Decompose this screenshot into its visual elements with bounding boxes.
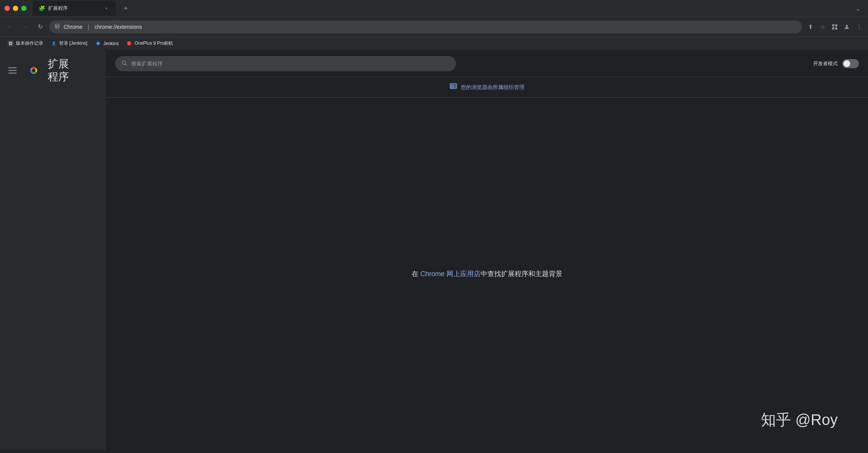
fullscreen-window-button[interactable] — [21, 6, 27, 11]
close-window-button[interactable] — [5, 6, 10, 11]
extensions-topbar: 开发者模式 — [106, 50, 868, 77]
bookmark-favicon-oneplus: 🔴 — [126, 41, 132, 47]
search-input[interactable] — [131, 61, 450, 67]
hamburger-line-3 — [8, 73, 17, 73]
bookmark-label-jenkins-login: 登录 [Jenkins] — [59, 40, 87, 47]
chrome-menu-button[interactable]: ⋮ — [854, 22, 864, 32]
hamburger-line-2 — [8, 70, 17, 71]
traffic-lights — [5, 6, 27, 11]
extensions-button[interactable] — [829, 22, 840, 32]
address-separator: | — [88, 24, 89, 30]
page-title-line1: 扩展 — [48, 58, 69, 70]
site-info-icon — [55, 23, 60, 30]
extensions-sidebar: 扩展 程序 — [0, 50, 106, 450]
bookmark-favicon-jenkins: 🔷 — [95, 41, 101, 47]
profile-button[interactable] — [841, 22, 852, 32]
active-tab: 🧩 扩展程序 × — [33, 1, 116, 16]
bookmark-item-jenkins[interactable]: 🔷 Jenkins — [92, 39, 122, 48]
minimize-window-button[interactable] — [13, 6, 18, 11]
bookmark-item-oneplus[interactable]: 🔴 OnePlus 9 Pro刷机 — [123, 39, 176, 48]
browser-actions: ⬆ ☆ ⋮ — [805, 22, 864, 32]
search-box[interactable] — [115, 56, 456, 71]
svg-rect-7 — [835, 27, 837, 29]
bookmark-label-version-log: 版本操作记录 — [16, 40, 43, 47]
back-button[interactable]: ← — [4, 21, 16, 33]
management-notice[interactable]: 您的浏览器由所属组织管理 — [106, 77, 868, 98]
svg-line-14 — [125, 64, 127, 66]
search-icon — [121, 60, 127, 67]
chrome-logo — [26, 62, 42, 78]
tab-close-button[interactable]: × — [103, 5, 110, 12]
bookmark-item-jenkins-login[interactable]: 👤 登录 [Jenkins] — [48, 39, 91, 48]
address-domain: Chrome — [64, 24, 83, 30]
empty-state-prefix: 在 — [412, 270, 420, 278]
share-button[interactable]: ⬆ — [805, 22, 816, 32]
bookmark-favicon-version-log: 🖼 — [8, 41, 14, 47]
developer-mode-toggle[interactable] — [842, 59, 859, 68]
webstore-link[interactable]: Chrome 网上应用店 — [420, 270, 481, 278]
bookmarks-bar: 🖼 版本操作记录 👤 登录 [Jenkins] 🔷 Jenkins 🔴 OneP… — [0, 36, 868, 50]
tab-list-button[interactable]: ⌄ — [856, 5, 860, 12]
page-title-line2: 程序 — [48, 70, 69, 83]
extensions-main: 开发者模式 您的浏览器由所属组织管理 — [106, 50, 868, 450]
developer-mode-label: 开发者模式 — [813, 60, 838, 67]
bookmark-item-version-log[interactable]: 🖼 版本操作记录 — [5, 39, 46, 48]
hamburger-menu-button[interactable] — [6, 64, 20, 77]
address-bar-row: ← → ↻ Chrome | chrome://extensions ⬆ ☆ ⋮ — [0, 17, 868, 36]
extensions-page: 扩展 程序 开发者模式 — [0, 50, 868, 450]
svg-point-8 — [846, 25, 848, 27]
management-notice-icon — [450, 83, 457, 92]
svg-rect-6 — [832, 27, 834, 29]
reload-button[interactable]: ↻ — [34, 21, 46, 33]
tab-title: 扩展程序 — [48, 5, 100, 12]
bookmark-favicon-jenkins-login: 👤 — [51, 41, 57, 47]
bookmark-button[interactable]: ☆ — [817, 22, 828, 32]
address-path: chrome://extensions — [94, 24, 142, 30]
svg-point-12 — [32, 69, 36, 72]
svg-rect-0 — [55, 24, 59, 28]
management-notice-text: 您的浏览器由所属组织管理 — [461, 84, 525, 91]
developer-mode-section: 开发者模式 — [813, 59, 859, 68]
address-bar[interactable]: Chrome | chrome://extensions — [49, 20, 802, 33]
bookmark-label-jenkins: Jenkins — [103, 41, 119, 46]
empty-state-suffix: 中查找扩展程序和主题背景 — [481, 270, 562, 278]
hamburger-line-1 — [8, 67, 17, 68]
sidebar-header: 扩展 程序 — [0, 50, 106, 91]
toggle-knob — [843, 60, 850, 67]
bookmark-label-oneplus: OnePlus 9 Pro刷机 — [134, 40, 173, 47]
tab-favicon: 🧩 — [39, 5, 45, 11]
forward-button[interactable]: → — [19, 21, 31, 33]
new-tab-button[interactable]: + — [120, 3, 131, 14]
page-title-block: 扩展 程序 — [48, 58, 69, 83]
svg-rect-5 — [835, 24, 837, 26]
svg-rect-4 — [832, 24, 834, 26]
empty-state: 在 Chrome 网上应用店中查找扩展程序和主题背景 — [106, 98, 868, 450]
